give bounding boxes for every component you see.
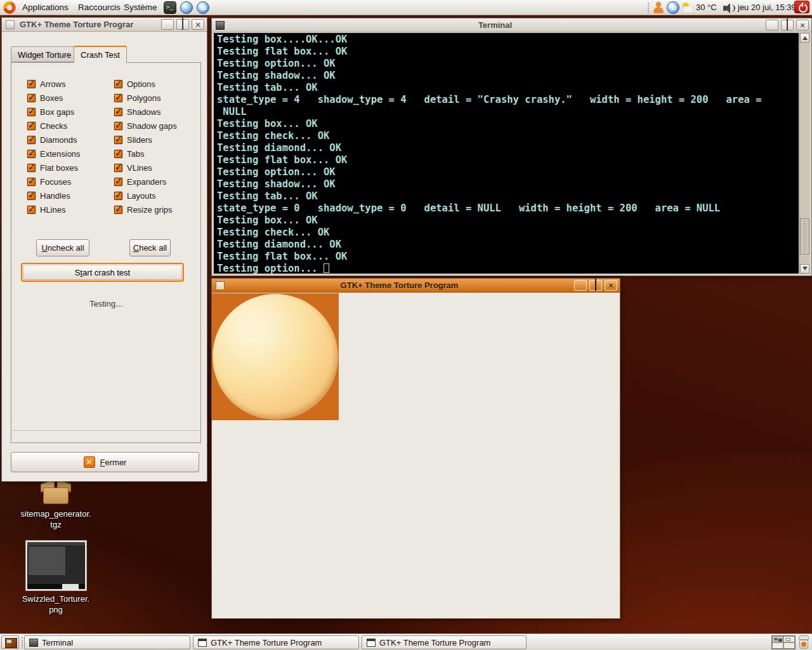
close-button[interactable]: [605, 280, 617, 291]
checkbox-checked[interactable]: [114, 206, 122, 214]
close-button[interactable]: [192, 19, 204, 30]
desktop-icon-sitemap[interactable]: sitemap_generator. tgz: [8, 479, 103, 530]
checkbox-column-right: OptionsPolygonsShadowsShadow gapsSliders…: [114, 77, 177, 216]
checkbox-row: Handles: [27, 189, 81, 202]
checkbox-checked[interactable]: [114, 94, 122, 102]
top-panel: Applications Raccourcis Système >_ 30 °C…: [0, 0, 812, 15]
gtk-canvas-titlebar[interactable]: GTK+ Theme Torture Program: [212, 279, 620, 293]
checkbox-row: HLines: [27, 202, 81, 216]
terminal-scrollbar[interactable]: [799, 33, 809, 274]
scroll-down-button[interactable]: [800, 264, 809, 274]
terminal-line: Testing check... OK: [217, 227, 799, 239]
checkbox-checked[interactable]: [27, 192, 36, 200]
workspace-2[interactable]: [783, 636, 795, 642]
checkbox-checked[interactable]: [114, 178, 122, 186]
volume-waves: [731, 4, 735, 12]
maximize-button[interactable]: [176, 19, 189, 30]
label-post: ncheck all: [48, 243, 84, 253]
workspace-3[interactable]: [772, 642, 783, 649]
power-button[interactable]: [794, 1, 809, 13]
checkbox-row: Layouts: [114, 189, 177, 202]
checkbox-checked[interactable]: [114, 150, 122, 158]
menu-raccourcis[interactable]: Raccourcis: [74, 0, 125, 15]
minimize-button[interactable]: [161, 19, 174, 30]
titlebar-buttons: [161, 19, 204, 30]
menu-applications[interactable]: Applications: [18, 0, 73, 15]
checkbox-checked[interactable]: [27, 150, 36, 158]
trash-icon[interactable]: [797, 635, 811, 649]
show-desktop-button[interactable]: [1, 635, 19, 649]
terminal-window: Terminal Testing box....OK...OKTesting f…: [211, 18, 812, 276]
start-crash-test-button[interactable]: Start crash test: [21, 263, 184, 282]
torture-titlebar[interactable]: GTK+ Theme Torture Prograr: [2, 18, 207, 32]
checkbox-row: Checks: [27, 119, 81, 133]
tab-crash-test[interactable]: Crash Test: [74, 46, 127, 63]
terminal-line: Testing option...: [217, 263, 799, 274]
workspace-4[interactable]: [783, 642, 795, 649]
terminal-line: Testing tab... OK: [217, 190, 799, 202]
taskbar-button-terminal[interactable]: Terminal: [24, 635, 190, 649]
trash-lid: [799, 635, 809, 640]
arrow-up-icon: [802, 34, 808, 40]
checkbox-row: Sliders: [114, 133, 177, 147]
checkbox-checked[interactable]: [27, 122, 36, 130]
terminal-titlebar[interactable]: Terminal: [212, 18, 811, 32]
maximize-button[interactable]: [781, 20, 794, 30]
checkbox-checked[interactable]: [27, 206, 36, 214]
checkbox-checked[interactable]: [114, 122, 122, 130]
checkbox-row: Resize grips: [114, 202, 177, 216]
ubuntu-logo-icon[interactable]: [3, 1, 16, 14]
maximize-button[interactable]: [589, 280, 602, 291]
checkbox-row: VLines: [114, 161, 177, 175]
checkbox-checked[interactable]: [114, 164, 122, 172]
tasklist-handle: [21, 637, 23, 648]
browser-globe-icon[interactable]: [180, 1, 193, 14]
checkbox-checked[interactable]: [27, 108, 36, 116]
temperature-reading[interactable]: 30 °C: [696, 0, 717, 15]
checkbox-label: Polygons: [127, 93, 160, 103]
checkbox-label: Expanders: [127, 177, 166, 187]
checkbox-checked[interactable]: [114, 136, 122, 144]
tab-widget-torture[interactable]: Widget Torture: [11, 46, 78, 62]
checkbox-label: Extensions: [40, 149, 81, 159]
box-body: [43, 488, 69, 504]
blue-swirl-applet-icon[interactable]: [667, 1, 679, 14]
fermer-label: Fermer: [100, 458, 127, 467]
checkbox-checked[interactable]: [27, 136, 36, 144]
volume-icon[interactable]: [722, 1, 735, 14]
checkbox-row: Box gaps: [27, 105, 81, 119]
icon-label-line1: Swizzled_Torturer.: [8, 594, 103, 604]
checkbox-checked[interactable]: [27, 164, 36, 172]
desktop-icon-swizzled[interactable]: Swizzled_Torturer. png: [8, 540, 103, 615]
blue-swirl-icon[interactable]: [197, 1, 209, 14]
task-label: GTK+ Theme Torture Program: [211, 638, 322, 647]
checkbox-checked[interactable]: [114, 108, 122, 116]
checkbox-checked[interactable]: [114, 192, 122, 200]
fermer-button[interactable]: ✕ Fermer: [11, 452, 199, 472]
check-all-button[interactable]: Check all: [129, 239, 171, 256]
label-accel: F: [100, 458, 105, 467]
terminal-launcher-icon[interactable]: >_: [164, 1, 176, 14]
checkbox-checked[interactable]: [27, 94, 36, 102]
user-switch-icon[interactable]: [652, 1, 665, 14]
workspace-1[interactable]: [772, 636, 783, 642]
clock-applet[interactable]: jeu 20 jui, 15:39: [738, 0, 796, 15]
checkbox-row: Diamonds: [27, 133, 81, 147]
checkbox-checked[interactable]: [114, 80, 122, 88]
scroll-up-button[interactable]: [800, 33, 809, 43]
minimize-button[interactable]: [766, 20, 778, 30]
scrollbar-thumb[interactable]: [800, 218, 809, 255]
taskbar-button-gtk-1[interactable]: GTK+ Theme Torture Program: [193, 635, 359, 649]
checkbox-row: Expanders: [114, 175, 177, 189]
mini-window: [786, 638, 790, 641]
checkbox-checked[interactable]: [27, 178, 36, 186]
weather-icon[interactable]: [681, 1, 694, 14]
checkbox-checked[interactable]: [27, 80, 36, 88]
menu-systeme[interactable]: Système: [119, 0, 162, 15]
recycle-logo: [801, 642, 806, 647]
uncheck-all-button[interactable]: Uncheck all: [36, 239, 89, 256]
minimize-button[interactable]: [574, 280, 587, 291]
close-button[interactable]: [796, 20, 809, 30]
terminal-body[interactable]: Testing box....OK...OKTesting flat box..…: [214, 33, 799, 274]
taskbar-button-gtk-2[interactable]: GTK+ Theme Torture Program: [362, 635, 527, 649]
